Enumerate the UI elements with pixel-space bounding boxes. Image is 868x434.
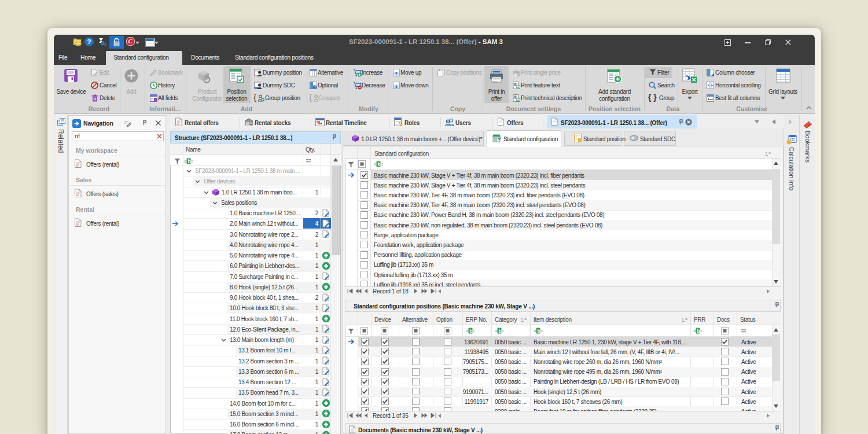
svg-text:a: a — [466, 328, 469, 333]
svg-text:b: b — [470, 328, 473, 334]
svg-text:b: b — [538, 328, 540, 334]
svg-text:a: a — [184, 159, 187, 164]
svg-text:c: c — [473, 328, 475, 333]
svg-text:?: ? — [87, 38, 91, 45]
svg-text:?: ? — [314, 85, 317, 89]
svg-text:c: c — [381, 161, 383, 167]
svg-text:a: a — [534, 328, 536, 333]
svg-text:b: b — [378, 161, 381, 167]
svg-text:a: a — [495, 328, 498, 333]
svg-text:b: b — [499, 328, 502, 334]
svg-text:a: a — [374, 161, 377, 167]
svg-text:b: b — [188, 159, 191, 164]
svg-text:C: C — [128, 38, 133, 45]
svg-text:c: c — [191, 159, 193, 164]
svg-text:c: c — [540, 328, 543, 333]
svg-text:c: c — [700, 328, 703, 333]
svg-text:a: a — [693, 328, 696, 333]
svg-text:c: c — [502, 328, 504, 333]
svg-text:b: b — [697, 328, 700, 334]
